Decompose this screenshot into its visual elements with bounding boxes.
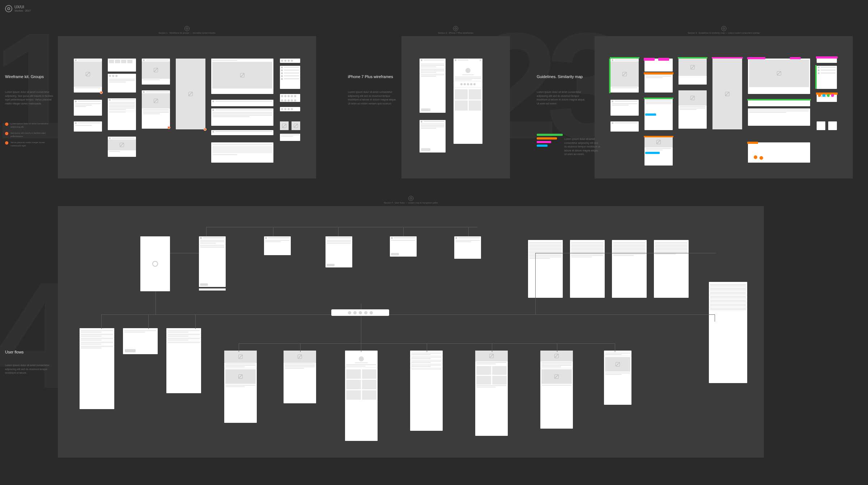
flow-screen-modal: [264, 236, 291, 255]
wf-thumb: [280, 121, 289, 130]
flow-screen-modal: [454, 236, 481, 259]
wf-image-card: [678, 59, 707, 85]
wf-mini-card: [644, 137, 673, 166]
flow-line: [427, 343, 427, 352]
flow-line: [170, 253, 199, 253]
wf-hero: [748, 59, 810, 94]
hl-blue: [645, 152, 660, 154]
hl-green: [609, 59, 610, 93]
phone-screen: [420, 59, 446, 113]
flow-line: [101, 314, 102, 329]
flow-line: [615, 343, 615, 352]
flow-line: [101, 314, 715, 315]
flow-line: [535, 253, 716, 253]
flow-screen-card: [604, 351, 631, 405]
wf-text-block: [108, 74, 136, 93]
hl-orange: [747, 142, 758, 144]
wf-hero: [211, 59, 273, 94]
wf-image-card: [142, 59, 170, 85]
hl-pink: [790, 57, 801, 59]
wf-paragraph: [211, 108, 273, 126]
flow-screen-modal: [390, 236, 417, 257]
wf-tall-image: [176, 59, 205, 129]
hl-dot: [760, 156, 763, 160]
flow-line: [403, 227, 404, 236]
flow-screen-form: [166, 328, 201, 393]
hub-dot-icon: [364, 311, 367, 314]
hl-dot: [827, 94, 830, 97]
section2-desc: Lorem ipsum dolor sit amet consectetur a…: [348, 90, 397, 106]
hl-dot: [831, 94, 834, 97]
flow-screen-gallery: [345, 351, 378, 441]
wf-thumb: [828, 121, 837, 130]
hub-dot-icon: [370, 311, 373, 314]
section1-bullet-3: Varius placerat mattis integer donec mal…: [5, 141, 54, 147]
bullet-dot-icon: [5, 132, 8, 135]
artboard-header: Section 1 · Wireframe kit groups — reusa…: [158, 26, 216, 34]
flow-line: [492, 343, 492, 352]
wf-image-text: [142, 90, 170, 129]
flow-line: [535, 253, 536, 314]
wf-headline: [748, 100, 810, 106]
artboard-iphone-wireframes: Section 2 · iPhone 7 Plus wireframes: [401, 36, 510, 179]
hl-orange: [644, 72, 673, 74]
phone-screen: [420, 120, 446, 153]
flow-screen-wizard: [199, 236, 226, 287]
wf-mini-card: [108, 137, 136, 157]
spiral-icon: [721, 26, 726, 31]
artboard-label: Section 2 · iPhone 7 Plus wireframes: [438, 32, 473, 34]
flow-line: [361, 314, 361, 329]
wf-tall-image: [712, 59, 742, 129]
wf-text-block: [644, 74, 673, 93]
flow-line: [156, 291, 156, 314]
flow-line: [715, 314, 715, 322]
wf-list-item: [74, 100, 102, 116]
flow-line: [195, 314, 196, 329]
hl-dot: [818, 94, 821, 97]
wf-comment: [610, 121, 639, 132]
flow-line: [273, 227, 273, 236]
wf-card: [610, 59, 639, 93]
wf-tag-row: [280, 59, 300, 63]
section1-bullet-1: Lorem ipsum dolor sit amet consectetur a…: [5, 122, 54, 129]
flow-line: [361, 343, 361, 352]
bullet-dot-icon: [5, 141, 8, 145]
flow-screen-article: [284, 351, 316, 403]
flow-screen-article: [540, 351, 573, 429]
similarity-bar-orange: [537, 137, 557, 140]
hl-dot: [754, 155, 757, 159]
spiral-icon: [453, 26, 458, 31]
wf-article-block: [108, 98, 136, 130]
flow-line: [338, 227, 339, 236]
flow-line: [468, 227, 469, 236]
wf-headline: [211, 100, 273, 106]
wf-image-text: [678, 90, 707, 129]
flow-screen-text: [528, 240, 563, 298]
similarity-bar-blue: [537, 145, 548, 147]
bullet-text: Varius placerat mattis integer donec mal…: [10, 141, 54, 147]
wf-input-block: [748, 142, 810, 163]
flow-line: [206, 227, 207, 236]
artboard-header: Section 3 · Guidelines & similarity map …: [688, 26, 760, 34]
hl-pink: [816, 56, 838, 59]
bullet-dot-icon: [5, 123, 8, 126]
hl-green: [747, 99, 811, 100]
section1-desc: Lorem ipsum dolor sit amet consectetur a…: [5, 90, 54, 106]
wf-thumb: [292, 121, 300, 130]
wf-list-small: [280, 66, 300, 89]
hl-pink: [644, 58, 655, 61]
section1-title: Wireframe kit. Groups: [5, 74, 44, 79]
annotation-dot-icon: [204, 128, 207, 131]
flow-screen-text: [570, 240, 605, 298]
hl-pink: [712, 57, 743, 59]
hl-green: [644, 98, 673, 99]
section3-title: Guidelines. Similarity map: [537, 74, 583, 79]
bullet-text: Sed purus elit mauris in facilisis eget …: [10, 132, 54, 138]
flow-screen-text: [612, 240, 647, 298]
section4-desc: Lorem ipsum dolor sit amet consectetur a…: [5, 364, 54, 375]
section4-title: User flows: [5, 350, 24, 354]
flow-line: [206, 227, 477, 227]
flow-screen-splash: [140, 236, 170, 291]
bullet-text: Lorem ipsum dolor sit amet consectetur a…: [10, 122, 54, 129]
flow-line: [557, 343, 557, 352]
